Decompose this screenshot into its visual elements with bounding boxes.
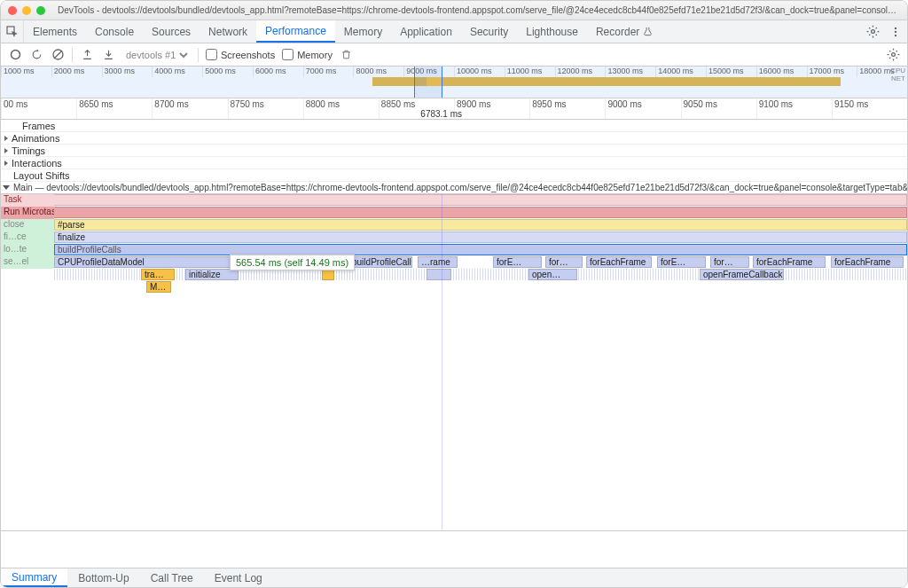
flame-task[interactable] xyxy=(1,194,907,206)
tab-console[interactable]: Console xyxy=(86,20,143,43)
flame-mc[interactable]: M…C xyxy=(146,281,171,293)
reload-record-icon[interactable] xyxy=(29,48,43,62)
svg-point-8 xyxy=(891,53,895,57)
svg-point-4 xyxy=(895,34,896,35)
caret-right-icon xyxy=(4,148,8,153)
tab-memory[interactable]: Memory xyxy=(335,20,391,43)
flame-segment[interactable]: …rame xyxy=(418,256,458,268)
gutter-seel: se…el xyxy=(1,256,54,269)
track-timings[interactable]: Timings xyxy=(1,145,907,157)
overview-tick: 11000 ms xyxy=(505,67,555,77)
overview-tick: 17000 ms xyxy=(807,67,857,77)
overview-ticks: 1000 ms 2000 ms 3000 ms 4000 ms 5000 ms … xyxy=(1,67,907,77)
record-icon[interactable] xyxy=(8,48,22,62)
maximize-window-button[interactable] xyxy=(36,6,45,15)
window-title: DevTools - devtools://devtools/bundled/d… xyxy=(51,5,900,15)
layout-shifts-label: Layout Shifts xyxy=(4,170,70,181)
flame-chart[interactable]: #parse finalize buildProfileCalls CPUPro… xyxy=(1,194,907,531)
settings-icon[interactable] xyxy=(861,20,884,43)
screenshots-label: Screenshots xyxy=(221,50,275,60)
track-main[interactable]: Main — devtools://devtools/bundled/devto… xyxy=(1,182,907,194)
ruler-tick: 9150 ms xyxy=(832,98,907,119)
flame-segment[interactable]: for…me xyxy=(545,256,583,268)
tab-performance[interactable]: Performance xyxy=(256,20,335,43)
panel-tabs: Elements Console Sources Network Perform… xyxy=(1,20,907,43)
flame-build-profile-calls[interactable]: buildProfileCalls xyxy=(348,256,412,268)
tab-summary[interactable]: Summary xyxy=(1,568,67,587)
close-window-button[interactable] xyxy=(8,6,17,15)
svg-line-7 xyxy=(54,51,62,59)
tab-bottom-up[interactable]: Bottom-Up xyxy=(67,568,139,587)
flame-tooltip: 565.54 ms (self 14.49 ms) xyxy=(230,255,355,270)
track-frames[interactable]: Frames xyxy=(1,120,907,132)
ruler-tick: 8700 ms xyxy=(152,98,227,119)
timeline-overview[interactable]: 1000 ms 2000 ms 3000 ms 4000 ms 5000 ms … xyxy=(1,67,907,98)
overview-tick: 15000 ms xyxy=(706,67,756,77)
tab-recorder[interactable]: Recorder xyxy=(587,20,661,43)
tab-application[interactable]: Application xyxy=(391,20,461,43)
tab-lighthouse[interactable]: Lighthouse xyxy=(517,20,587,43)
flame-segment[interactable]: forE…rame xyxy=(657,256,706,268)
flame-open-callback[interactable]: open…back xyxy=(528,269,577,280)
minimize-window-button[interactable] xyxy=(22,6,31,15)
overview-tick: 14000 ms xyxy=(655,67,706,77)
perf-toolbar: devtools #1 Screenshots Memory xyxy=(1,43,907,67)
caret-down-icon xyxy=(3,185,10,190)
memory-label: Memory xyxy=(297,50,333,60)
profile-select[interactable]: devtools #1 xyxy=(122,49,191,61)
track-interactions[interactable]: Interactions xyxy=(1,157,907,169)
flame-foreachframe[interactable]: forEachFrame xyxy=(753,256,826,268)
overview-selection[interactable] xyxy=(414,67,442,98)
capture-settings-icon[interactable] xyxy=(886,48,900,62)
upload-profile-icon[interactable] xyxy=(80,48,94,62)
screenshots-checkbox[interactable]: Screenshots xyxy=(206,49,275,60)
gutter-task: Task xyxy=(1,194,54,207)
track-layout-shifts[interactable]: Layout Shifts xyxy=(1,169,907,182)
flame-gutter: Task Run Microtasks close fi…ce lo…te se… xyxy=(1,194,54,530)
cpu-label: CPU xyxy=(890,67,905,74)
playhead-line xyxy=(442,194,442,530)
tab-call-tree[interactable]: Call Tree xyxy=(140,568,204,587)
flame-trace[interactable]: tra…ee xyxy=(141,269,175,280)
inspect-element-icon[interactable] xyxy=(1,20,24,43)
more-icon[interactable] xyxy=(884,20,907,43)
zoom-ruler[interactable]: 00 ms 8650 ms 8700 ms 8750 ms 8800 ms 88… xyxy=(1,98,907,120)
flame-foreachframe[interactable]: forEachFrame xyxy=(831,256,904,268)
memory-checkbox[interactable]: Memory xyxy=(282,49,333,60)
tooltip-timing: 565.54 ms (self 14.49 ms) xyxy=(236,257,348,268)
window-titlebar: DevTools - devtools://devtools/bundled/d… xyxy=(1,1,907,20)
ruler-tick: 00 ms xyxy=(1,98,76,119)
clear-icon[interactable] xyxy=(51,48,65,62)
garbage-collect-icon[interactable] xyxy=(340,48,354,62)
tab-event-log[interactable]: Event Log xyxy=(204,568,273,587)
flame-segment[interactable] xyxy=(427,269,451,280)
flame-foreachframe[interactable]: forEachFrame xyxy=(586,256,652,268)
overview-tick: 6000 ms xyxy=(253,67,303,77)
flame-open-frame-callback[interactable]: openFrameCallback xyxy=(700,269,784,280)
flame-run-microtasks[interactable] xyxy=(1,207,907,218)
overview-tick: 13000 ms xyxy=(605,67,655,77)
gutter-close: close xyxy=(1,219,54,231)
overview-right-labels: CPU NET xyxy=(890,67,905,82)
ruler-marker-label: 6783.1 ms xyxy=(420,109,462,119)
flame-build-profile-calls-selected[interactable]: buildProfileCalls xyxy=(54,244,907,255)
flame-segment[interactable]: forE…ame xyxy=(493,256,542,268)
flame-parse[interactable]: #parse xyxy=(54,219,907,231)
tab-sources[interactable]: Sources xyxy=(143,20,200,43)
timings-label: Timings xyxy=(12,145,45,156)
track-animations[interactable]: Animations xyxy=(1,132,907,145)
gutter-run-microtasks: Run Microtasks xyxy=(1,207,54,219)
ruler-tick: 9050 ms xyxy=(681,98,756,119)
overview-tick: 7000 ms xyxy=(303,67,354,77)
download-profile-icon[interactable] xyxy=(101,48,115,62)
overview-tick: 4000 ms xyxy=(152,67,202,77)
flame-finalize[interactable]: finalize xyxy=(54,231,907,243)
overview-tick: 16000 ms xyxy=(756,67,807,77)
flame-segment[interactable]: for…ame xyxy=(710,256,749,268)
tab-network[interactable]: Network xyxy=(200,20,256,43)
tab-security[interactable]: Security xyxy=(461,20,517,43)
flask-icon xyxy=(643,27,653,36)
interactions-label: Interactions xyxy=(12,158,62,169)
tab-elements[interactable]: Elements xyxy=(24,20,86,43)
details-tabs: Summary Bottom-Up Call Tree Event Log xyxy=(1,568,907,587)
